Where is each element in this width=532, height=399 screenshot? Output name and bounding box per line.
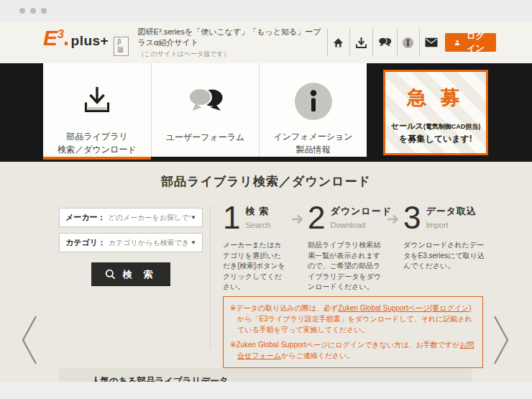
step-number: 3 [403,202,421,234]
nav-tabs: 部品ライブラリ 検索／ダウンロード ユーザーフォーラム インフォメーション [43,63,367,157]
chevron-left-icon [19,314,40,366]
window-control-dot[interactable] [30,8,36,14]
step-number: 1 [223,202,240,234]
window-titlebar [0,0,532,22]
popular-library-title: 人気のある部品ライブラリデータ [91,375,472,382]
main-nav: 部品ライブラリ 検索／ダウンロード ユーザーフォーラム インフォメーション [0,63,532,162]
tab-label: ユーザーフォーラム [166,131,245,145]
divider [349,29,350,56]
mail-icon[interactable] [425,35,438,50]
popular-library-section: 人気のある部品ライブラリデータ [59,368,472,382]
home-icon[interactable] [332,35,344,50]
logo-superscript: 3 [58,28,64,41]
divider [397,29,398,56]
step-download: 2 ダウンロード Download 部品ライブラリ検索結果一覧が表示されますので… [308,202,383,293]
tagline-line2: （このサイトはベータ版です） [138,50,322,59]
beta-badge: β版 [114,37,128,56]
divider [327,29,328,56]
chat-bubbles-icon [186,79,225,125]
recruit-banner-line2: を募集しています! [385,133,486,145]
site-header: E3 plus+ β版 図研E³.seriesを「使いこなす」「もっと知る」ープ… [0,22,532,63]
logo-e: E [43,27,58,49]
tab-information-products[interactable]: インフォメーション 製品情報 [259,63,367,157]
divider [372,29,373,56]
download-tray-icon [81,79,114,124]
chevron-right-icon [490,314,512,366]
tab-label: インフォメーション 製品情報 [273,130,352,157]
carousel-prev-button[interactable] [19,314,40,366]
recruit-banner[interactable]: 急 募 セールス(電気制御CAD担当) を募集しています! [383,70,488,155]
site-tagline: 図研E³.seriesを「使いこなす」「もっと知る」ープラスα紹介サイト （この… [138,27,322,59]
maker-select[interactable]: メーカー： どのメーカーをお探しですか ▼ [59,208,203,227]
step-arrow-icon [383,202,403,293]
chevron-down-icon: ▼ [191,239,196,246]
step-search: 1 検 索 Search メーカーまたはカテゴリを選択いただき[検索]ボタンをク… [223,202,288,293]
step-description: メーカーまたはカテゴリを選択いただき[検索]ボタンをクリックしてください。 [223,240,288,293]
step-title-en: Search [245,221,270,229]
search-icon [105,269,116,280]
notice-paragraph: ※Zuken Global Supportページにログインできない方は、お手数で… [230,339,476,361]
step-number: 2 [308,202,325,234]
notice-paragraph: ※データの取り込みの際は、必ずZuken Global Supportページ(要… [230,303,476,335]
tagline-line1: 図研E³.seriesを「使いこなす」「もっと知る」ープラスα紹介サイト [138,27,322,48]
category-select-label: カテゴリ： [65,237,106,248]
window-control-dot[interactable] [19,8,25,14]
maker-select-placeholder: どのメーカーをお探しですか [109,213,191,223]
step-import: 3 データ取込 Import ダウンロードされたデータをE3.seriesにて取… [403,202,485,293]
steps: 1 検 索 Search メーカーまたはカテゴリを選択いただき[検索]ボタンをク… [223,202,485,293]
step-title-en: Download [330,221,365,229]
step-title-en: Import [426,221,448,229]
page-title: 部品ライブラリ検索／ダウンロード [0,173,532,190]
category-select[interactable]: カテゴリ： カテゴリからも検索できます ▼ [59,233,203,252]
download-icon[interactable] [355,35,367,50]
notice-box: ※データの取り込みの際は、必ずZuken Global Supportページ(要… [223,296,483,368]
tab-user-forum[interactable]: ユーザーフォーラム [151,63,259,157]
header-icon-group: ログイン [322,29,496,56]
logo-dot [65,42,68,45]
divider [419,29,420,56]
content-area: 部品ライブラリ検索／ダウンロード メーカー： どのメーカーをお探しですか ▼ カ… [0,162,532,382]
zuken-global-support-link[interactable]: Zuken Global Supportページ(要ログイン) [338,304,471,312]
maker-select-label: メーカー： [65,212,106,223]
search-form: メーカー： どのメーカーをお探しですか ▼ カテゴリ： カテゴリからも検索できま… [59,208,203,286]
search-button[interactable]: 検 索 [91,262,170,286]
chat-icon[interactable] [378,35,392,50]
carousel-next-button[interactable] [490,314,512,366]
recruit-banner-line1: セールス(電気制御CAD担当) [385,121,486,132]
logo-plus-text: plus+ [71,33,109,49]
tab-label: 部品ライブラリ 検索／ダウンロード [58,130,136,157]
step-title-jp: 検 索 [245,206,269,216]
person-icon [454,38,460,47]
tab-library-search-download[interactable]: 部品ライブラリ 検索／ダウンロード [43,63,151,157]
site-logo[interactable]: E3 plus+ β版 [43,27,129,58]
browser-window: E3 plus+ β版 図研E³.seriesを「使いこなす」「もっと知る」ープ… [0,0,532,382]
step-description: ダウンロードされたデータをE3.seriesにて取り込んでください。 [403,240,485,272]
login-button[interactable]: ログイン [445,33,496,52]
window-control-dot[interactable] [41,8,47,14]
info-circle-icon [294,79,333,124]
step-arrow-icon [288,202,308,293]
search-button-label: 検 索 [123,268,157,281]
step-title-jp: データ取込 [426,206,477,216]
category-select-placeholder: カテゴリからも検索できます [109,238,191,248]
recruit-banner-title: 急 募 [385,85,486,111]
info-icon[interactable] [402,35,414,50]
chevron-down-icon: ▼ [191,214,196,221]
divider [210,205,211,349]
login-label: ログイン [464,30,487,55]
step-description: 部品ライブラリ検索結果一覧が表示されますので、ご希望の部品ライブラリデータをダウ… [308,240,383,293]
